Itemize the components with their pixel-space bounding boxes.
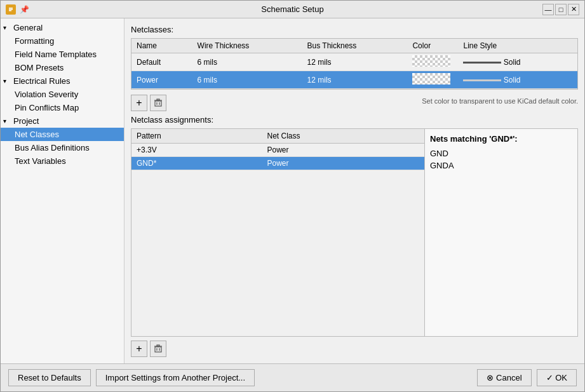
sidebar-item-pin-conflicts-map[interactable]: Pin Conflicts Map: [1, 101, 124, 114]
col-pattern: Pattern: [131, 129, 262, 144]
expand-electrical-icon: ▾: [3, 78, 11, 84]
row-wire: 6 mils: [192, 53, 302, 71]
list-item: GNDA: [430, 159, 572, 172]
cancel-button[interactable]: ⊗ Cancel: [477, 369, 531, 386]
sidebar-label-violation-severity: Violation Severity: [15, 90, 78, 99]
assignments-section: Netclass assignments: Pattern Net Class: [131, 115, 578, 357]
sidebar-label-project: Project: [13, 116, 39, 126]
delete-netclass-button[interactable]: [150, 95, 166, 111]
app-icon: [6, 4, 16, 15]
netclasses-label: Netclasses:: [131, 25, 578, 34]
sidebar-item-electrical-rules[interactable]: ▾ Electrical Rules: [1, 74, 124, 88]
assignments-table-area: Pattern Net Class +3.3V Power: [131, 129, 425, 336]
svg-rect-6: [157, 99, 159, 100]
footer: Reset to Defaults Import Settings from A…: [1, 363, 584, 391]
col-color: Color: [407, 39, 458, 53]
sidebar-label-bom-presets: BOM Presets: [15, 63, 64, 72]
main-window: 📌 Schematic Setup — □ ✕ ▾ General Format…: [0, 0, 585, 392]
content-area: ▾ General Formatting Field Name Template…: [1, 18, 584, 363]
row-color[interactable]: [407, 53, 458, 71]
line-preview: [463, 62, 501, 64]
sidebar-item-general[interactable]: ▾ General: [1, 21, 124, 34]
sidebar-label-electrical-rules: Electrical Rules: [13, 76, 71, 86]
sidebar-item-formatting[interactable]: Formatting: [1, 34, 124, 48]
assignment-net-class: Power: [262, 157, 424, 170]
ok-button[interactable]: ✓ OK: [537, 369, 577, 386]
netclasses-table-container: Name Wire Thickness Bus Thickness Color …: [131, 38, 578, 90]
sidebar-item-project[interactable]: ▾ Project: [1, 114, 124, 128]
window-title: Schematic Setup: [261, 4, 323, 14]
col-name: Name: [131, 39, 192, 53]
row-bus: 12 mils: [302, 53, 408, 71]
svg-rect-4: [155, 101, 161, 106]
netclasses-section: Netclasses: Name Wire Thickness Bus Thic…: [131, 25, 578, 115]
expand-project-icon: ▾: [3, 118, 11, 125]
expand-general-icon: ▾: [3, 24, 11, 31]
row-name: Default: [131, 53, 192, 71]
sidebar-label-net-classes: Net Classes: [15, 130, 59, 139]
ok-icon: ✓: [546, 373, 556, 382]
svg-rect-11: [157, 345, 159, 346]
svg-rect-2: [9, 8, 13, 9]
assignments-header-row: Pattern Net Class: [131, 129, 424, 144]
sidebar-item-bus-alias-definitions[interactable]: Bus Alias Definitions: [1, 141, 124, 154]
color-checker: [412, 55, 450, 67]
sidebar-label-pin-conflicts-map: Pin Conflicts Map: [15, 103, 79, 112]
titlebar: 📌 Schematic Setup — □ ✕: [1, 1, 584, 18]
netclasses-header-row: Name Wire Thickness Bus Thickness Color …: [131, 39, 577, 53]
sidebar-item-text-variables[interactable]: Text Variables: [1, 154, 124, 168]
add-assignment-button[interactable]: +: [131, 341, 147, 357]
minimize-button[interactable]: —: [542, 4, 554, 15]
assignment-net-class: Power: [262, 144, 424, 157]
svg-rect-1: [9, 9, 13, 10]
close-button[interactable]: ✕: [568, 4, 579, 15]
col-line-style: Line Style: [458, 39, 577, 53]
row-line-style: Solid: [458, 53, 577, 71]
row-wire: 6 mils: [192, 71, 302, 89]
table-row[interactable]: Power 6 mils 12 mils Solid: [131, 71, 577, 89]
sidebar-item-net-classes[interactable]: Net Classes: [1, 128, 124, 141]
line-style-label: Solid: [504, 58, 521, 67]
list-item: GND: [430, 147, 572, 159]
assignments-body: Pattern Net Class +3.3V Power: [131, 128, 578, 337]
row-line-style: Solid: [458, 71, 577, 89]
table-row[interactable]: +3.3V Power: [131, 144, 424, 157]
sidebar-label-general: General: [13, 23, 43, 32]
trash-icon: [154, 344, 163, 353]
sidebar-item-field-name-templates[interactable]: Field Name Templates: [1, 48, 124, 61]
netclasses-toolbar: + Set color to transparent to use KiCad …: [131, 95, 578, 111]
line-preview: [463, 79, 501, 81]
sidebar-label-field-name-templates: Field Name Templates: [15, 50, 97, 59]
sidebar-item-violation-severity[interactable]: Violation Severity: [1, 88, 124, 101]
col-bus: Bus Thickness: [302, 39, 408, 53]
table-row[interactable]: GND* Power: [131, 157, 424, 170]
main-panel: Netclasses: Name Wire Thickness Bus Thic…: [124, 18, 584, 363]
assignments-toolbar: +: [131, 341, 578, 357]
trash-icon: [154, 98, 163, 107]
col-wire: Wire Thickness: [192, 39, 302, 53]
sidebar-label-bus-alias-definitions: Bus Alias Definitions: [15, 143, 90, 152]
assignment-pattern: GND*: [131, 157, 262, 170]
row-color[interactable]: [407, 71, 458, 89]
netclasses-hint: Set color to transparent to use KiCad de…: [169, 95, 578, 111]
maximize-button[interactable]: □: [555, 4, 567, 15]
line-style-label: Solid: [504, 76, 521, 84]
add-netclass-button[interactable]: +: [131, 95, 147, 111]
titlebar-controls: — □ ✕: [542, 4, 579, 15]
assignment-pattern: +3.3V: [131, 144, 262, 157]
ok-label: OK: [555, 373, 567, 382]
row-bus: 12 mils: [302, 71, 408, 89]
row-name: Power: [131, 71, 192, 89]
table-row[interactable]: Default 6 mils 12 mils Solid: [131, 53, 577, 71]
sidebar-item-bom-presets[interactable]: BOM Presets: [1, 61, 124, 74]
titlebar-left: 📌: [6, 4, 29, 15]
import-button[interactable]: Import Settings from Another Project...: [96, 369, 255, 386]
cancel-icon: ⊗: [487, 373, 496, 382]
sidebar-label-text-variables: Text Variables: [15, 156, 66, 166]
reset-button[interactable]: Reset to Defaults: [8, 369, 91, 386]
col-net-class: Net Class: [262, 129, 424, 144]
delete-assignment-button[interactable]: [150, 341, 166, 357]
sidebar-label-formatting: Formatting: [15, 36, 54, 46]
nets-panel: Nets matching 'GND*': GND GNDA: [425, 129, 577, 336]
cancel-label: Cancel: [496, 373, 521, 382]
